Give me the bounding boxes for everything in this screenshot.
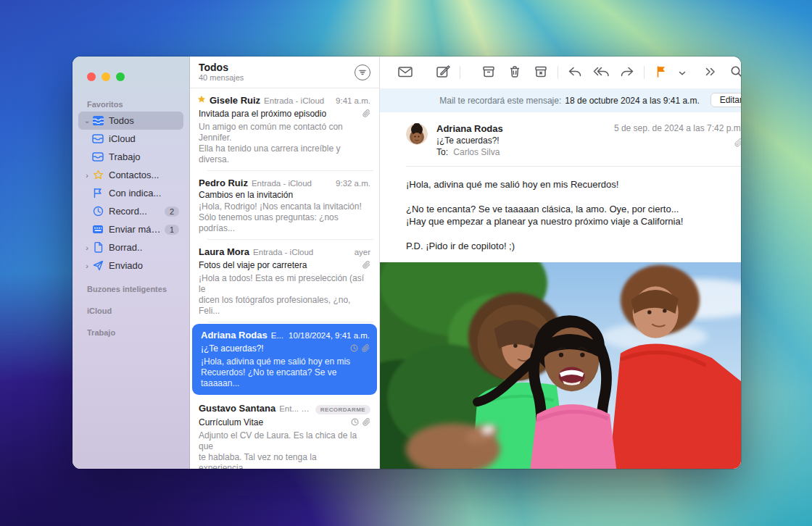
forward-button[interactable] <box>615 62 639 83</box>
message-subject: ¡¿Te acuerdas?! <box>201 343 350 354</box>
compose-button[interactable] <box>431 62 455 83</box>
flag-button[interactable] <box>649 62 674 83</box>
more-chevrons-icon <box>705 67 716 78</box>
forward-icon <box>620 66 634 80</box>
sidebar-item-label: Enviar más... <box>109 224 162 235</box>
chevron-right-icon[interactable]: › <box>83 243 91 252</box>
unread-count-badge: 2 <box>165 206 179 217</box>
mark-unread-button[interactable] <box>393 62 418 83</box>
sidebar-item-label: iCloud <box>109 133 179 144</box>
message-preview: ¡Hola, adivina qué me salió hoy en mis R… <box>201 356 370 389</box>
compose-icon <box>436 65 450 80</box>
message-time: 9:32 a.m. <box>336 179 370 188</box>
recipient-name[interactable]: Carlos Silva <box>453 147 500 157</box>
trash-icon <box>508 65 521 80</box>
chevron-down-button[interactable] <box>675 62 689 83</box>
recipient-row: To: Carlos Silva <box>436 146 614 159</box>
message-sender: Gisele Ruiz <box>210 95 260 106</box>
junk-button[interactable] <box>529 62 553 83</box>
window-controls <box>72 67 189 97</box>
inbox-icon <box>91 134 104 143</box>
sidebar-section-favoritos: Favoritos <box>72 97 189 112</box>
more-chevrons-button[interactable] <box>698 62 723 83</box>
sender-name[interactable]: Adriana Rodas <box>436 122 614 135</box>
junk-icon <box>534 65 548 80</box>
chevron-right-icon[interactable]: › <box>83 171 91 180</box>
sidebar-item-enviar-m-s[interactable]: Enviar más...1 <box>78 220 183 238</box>
remind-me-badge: RECORDARME <box>315 405 370 414</box>
reminder-clock-icon <box>351 416 359 429</box>
message-sender: Adriana Rodas <box>201 330 268 341</box>
sidebar-item-label: Enviado <box>109 260 179 271</box>
message-preview: ¡Hola, Rodrigo! ¡Nos encanta la invitaci… <box>199 201 370 234</box>
mail-header: Adriana Rodas ¡¿Te acuerdas?! To: Carlos… <box>380 112 741 159</box>
close-window-button[interactable] <box>87 72 96 81</box>
sidebar-item-label: Trabajo <box>109 151 179 162</box>
message-mailbox: Entrada - iCloud <box>252 179 332 188</box>
edit-reminder-button[interactable]: Editar <box>710 93 741 107</box>
message-row-gustavo-santana[interactable]: Gustavo SantanaEnt... - iCl...RECORDARME… <box>190 396 379 469</box>
sidebar-item-borrad[interactable]: ›Borrad.. <box>78 238 183 256</box>
toolbar-separator <box>644 66 645 79</box>
envelope-icon <box>397 65 413 80</box>
sidebar-group-title[interactable]: Buzones inteligentes <box>72 275 189 296</box>
to-label: To: <box>436 147 448 157</box>
message-sender: Laura Mora <box>199 246 249 257</box>
sidebar-item-record[interactable]: Record...2 <box>78 202 183 220</box>
search-button[interactable] <box>724 62 741 83</box>
document-icon <box>91 242 104 253</box>
message-row-pedro-ruiz[interactable]: Pedro RuizEntrada - iCloud9:32 a.m.Cambi… <box>190 171 379 240</box>
mailbox-title: Todos <box>199 62 355 73</box>
paperplane-icon <box>91 260 104 271</box>
all-inboxes-icon <box>91 115 104 126</box>
body-paragraph: ¡Hola, adivina qué me salió hoy en mis R… <box>406 178 741 191</box>
archive-button[interactable] <box>476 62 501 83</box>
chevron-right-icon[interactable]: › <box>83 262 91 270</box>
message-subject: Cambios en la invitación <box>199 190 370 200</box>
reply-button[interactable] <box>563 62 587 83</box>
sidebar-item-label: Record... <box>109 206 162 217</box>
attachment-paperclip-icon <box>362 416 370 429</box>
sidebar-item-icloud[interactable]: iCloud <box>78 130 183 148</box>
sidebar-group-title[interactable]: iCloud <box>72 296 189 318</box>
sidebar-item-con-indica[interactable]: Con indica... <box>78 184 183 202</box>
reminder-datetime: 18 de octubre 2024 a las 9:41 a.m. <box>565 96 699 106</box>
message-sender: Gustavo Santana <box>199 403 276 414</box>
filter-icon[interactable] <box>355 64 370 80</box>
sidebar-item-contactos[interactable]: ›Contactos... <box>78 166 183 184</box>
message-body: ¡Hola, adivina qué me salió hoy en mis R… <box>380 167 741 262</box>
flag-icon <box>655 65 667 80</box>
flag-icon <box>91 188 104 199</box>
attachment-paperclip-icon <box>362 107 370 120</box>
sidebar-item-label: Borrad.. <box>109 242 179 253</box>
sidebar-item-todos[interactable]: ⌄Todos <box>78 112 183 130</box>
message-preview: Un amigo en común me contactó con Jennif… <box>199 122 370 165</box>
chevron-down-icon[interactable]: ⌄ <box>83 116 91 125</box>
sidebar-group-title[interactable]: Trabajo <box>72 318 189 340</box>
reply-all-button[interactable] <box>589 62 613 83</box>
reply-icon <box>568 66 582 80</box>
message-time: 10/18/2024, 9:41 a.m. <box>289 331 370 340</box>
trash-button[interactable] <box>502 62 527 83</box>
message-preview: Adjunto el CV de Laura. Es la chica de l… <box>199 430 370 469</box>
send-later-icon <box>91 225 104 234</box>
sender-avatar[interactable] <box>406 123 428 145</box>
message-row-laura-mora[interactable]: Laura MoraEntrada - iCloudayerFotos del … <box>190 240 379 322</box>
photo-attachment[interactable] <box>380 262 741 469</box>
toolbar-separator <box>558 66 558 79</box>
sidebar-item-label: Con indica... <box>109 188 179 199</box>
minimize-window-button[interactable] <box>102 72 110 81</box>
body-paragraph: ¿No te encanta? Se ve taaaaan clásica, l… <box>406 203 741 227</box>
sidebar-item-enviado[interactable]: ›Enviado <box>78 256 183 275</box>
attachment-paperclip-icon <box>362 342 370 355</box>
search-icon <box>730 65 741 80</box>
star-icon <box>91 170 104 180</box>
body-paragraph: P.D. ¡Pido ir de copiloto! ;) <box>406 240 741 252</box>
message-row-adriana-rodas[interactable]: Adriana RodasE...10/18/2024, 9:41 a.m.¡¿… <box>192 324 377 395</box>
toolbar-separator <box>460 66 460 79</box>
attachment-paperclip-icon <box>362 259 370 272</box>
sidebar-item-trabajo[interactable]: Trabajo <box>78 148 183 166</box>
zoom-window-button[interactable] <box>116 72 125 81</box>
reminder-clock-icon <box>350 342 358 355</box>
message-row-gisele-ruiz[interactable]: Gisele RuizEntrada - iCloud9:41 a.m.Invi… <box>190 88 379 171</box>
